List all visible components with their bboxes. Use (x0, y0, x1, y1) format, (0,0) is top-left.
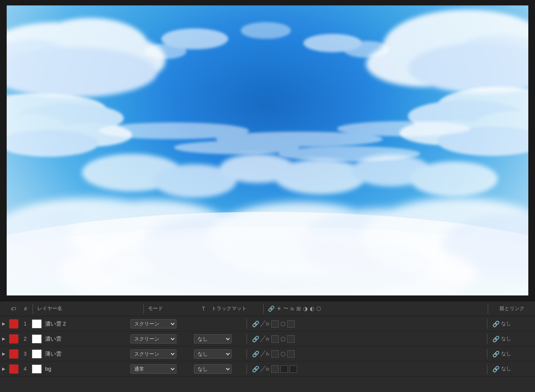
box-switch-4b[interactable] (280, 365, 288, 373)
null-switch-3[interactable]: ⬡ (280, 351, 285, 357)
switches-2: 🔗 ╱ fx ⬡ (249, 335, 485, 343)
link-switch-3[interactable]: 🔗 (252, 351, 259, 357)
svg-point-46 (278, 146, 420, 161)
box-switch-2b[interactable] (287, 335, 295, 343)
mode-cell-1[interactable]: スクリーン 通常 乗算 (127, 319, 181, 328)
canvas-area (0, 0, 535, 301)
header-link-icon: 🔗 (268, 305, 275, 312)
svg-point-24 (241, 22, 291, 39)
header-mask1-icon: ◑ (303, 305, 308, 312)
header-hash: # (19, 306, 32, 312)
null-switch-1[interactable]: ⬡ (280, 321, 285, 327)
layer-name-3[interactable]: 薄い雲 (43, 350, 127, 358)
parent-link-icon-3: 🔗 (492, 351, 499, 357)
fx-switch-3[interactable]: fx (266, 351, 270, 356)
header-3d-icon: ⬡ (316, 305, 321, 312)
link-switch-1[interactable]: 🔗 (252, 321, 259, 327)
layer-color-4 (9, 364, 18, 374)
expand-arrow-1[interactable]: ▶ (0, 321, 8, 326)
layer-row[interactable]: ▶ 1 濃い雲 2 スクリーン 通常 乗算 🔗 ╱ fx ⬡ 🔗 なし (0, 316, 535, 331)
canvas-image (7, 5, 528, 295)
mode-dropdown-3[interactable]: スクリーン 通常 乗算 (130, 349, 176, 359)
link-switch-4[interactable]: 🔗 (252, 366, 259, 372)
layer-panel-header: 🏷 # レイヤー名 モード T トラックマット 🔗 ✳ 〜 fx ⊞ ◑ ◐ ⬡… (0, 301, 535, 316)
fx-switch-4[interactable]: fx (266, 367, 270, 372)
track-cell-3[interactable]: なし (191, 349, 245, 359)
fx-switch-1[interactable]: fx (266, 321, 270, 326)
layer-thumb-3 (32, 349, 42, 359)
null-switch-2[interactable]: ⬡ (280, 336, 285, 342)
expand-arrow-4[interactable]: ▶ (0, 367, 8, 371)
track-cell-2[interactable]: なし (191, 334, 245, 344)
parent-link-icon-1: 🔗 (492, 321, 499, 327)
svg-point-27 (343, 41, 389, 58)
box-switch-3a[interactable] (271, 350, 279, 358)
mode-cell-4[interactable]: 通常 スクリーン 乗算 (127, 364, 181, 374)
header-comp-icon: ⊞ (296, 305, 301, 312)
switches-4: 🔗 ╱ fx (249, 365, 485, 373)
layer-name-1[interactable]: 濃い雲 2 (43, 320, 127, 328)
box-switch-4a[interactable] (271, 365, 279, 373)
clouds-layer (7, 5, 528, 295)
track-dropdown-4[interactable]: なし (194, 364, 232, 374)
fx-switch-2[interactable]: fx (266, 336, 270, 341)
layer-name-4[interactable]: bg (43, 366, 127, 372)
parent-cell-3: 🔗 なし (489, 350, 535, 357)
layer-row[interactable]: ▶ 3 薄い雲 スクリーン 通常 乗算 なし 🔗 ╱ fx ⬡ (0, 346, 535, 361)
parent-value-3[interactable]: なし (501, 350, 511, 357)
box-switch-1b[interactable] (287, 320, 295, 328)
pencil-switch-2[interactable]: ╱ (261, 336, 264, 342)
header-fx-label: fx (290, 306, 294, 311)
svg-point-39 (274, 159, 366, 194)
svg-point-44 (337, 121, 471, 136)
layer-num-1: 1 (20, 321, 30, 327)
mode-cell-2[interactable]: スクリーン 通常 乗算 (127, 334, 181, 344)
pencil-switch-3[interactable]: ╱ (261, 351, 264, 357)
svg-point-41 (410, 161, 498, 196)
track-dropdown-3[interactable]: なし (194, 349, 232, 359)
track-cell-4[interactable]: なし (191, 364, 245, 374)
svg-point-48 (100, 231, 435, 295)
layer-row[interactable]: ▶ 4 bg 通常 スクリーン 乗算 なし 🔗 ╱ fx (0, 361, 535, 377)
mode-dropdown-4[interactable]: 通常 スクリーン 乗算 (130, 364, 176, 374)
expand-arrow-2[interactable]: ▶ (0, 336, 8, 341)
layer-color-2 (9, 334, 18, 344)
parent-value-2[interactable]: なし (501, 335, 511, 342)
parent-value-4[interactable]: なし (501, 365, 511, 372)
header-t: T (199, 306, 208, 312)
layer-name-2[interactable]: 濃い雲 (43, 335, 127, 343)
pencil-switch-4[interactable]: ╱ (261, 366, 264, 372)
header-motion-icon: 〜 (283, 305, 288, 312)
mode-dropdown-2[interactable]: スクリーン 通常 乗算 (130, 334, 176, 344)
box-switch-3b[interactable] (287, 350, 295, 358)
header-layer-name: レイヤー名 (34, 305, 143, 312)
switches-3: 🔗 ╱ fx ⬡ (249, 350, 485, 358)
box-switch-4c[interactable] (290, 365, 297, 373)
layer-thumb-2 (32, 334, 42, 344)
mode-dropdown-1[interactable]: スクリーン 通常 乗算 (130, 319, 176, 328)
parent-link-icon-4: 🔗 (492, 366, 499, 372)
header-mask2-icon: ◐ (310, 305, 314, 312)
layer-panel: 🏷 # レイヤー名 モード T トラックマット 🔗 ✳ 〜 fx ⊞ ◑ ◐ ⬡… (0, 301, 535, 392)
header-mode: モード (145, 305, 199, 312)
header-tag-icon: 🏷 (8, 306, 19, 312)
parent-value-1[interactable]: なし (501, 320, 511, 327)
pencil-switch-1[interactable]: ╱ (261, 321, 264, 327)
parent-cell-1: 🔗 なし (489, 320, 535, 327)
svg-point-26 (145, 44, 186, 59)
header-track: トラックマット (208, 305, 262, 312)
mode-cell-3[interactable]: スクリーン 通常 乗算 (127, 349, 181, 359)
header-switches: 🔗 ✳ 〜 fx ⊞ ◑ ◐ ⬡ (265, 305, 487, 312)
track-dropdown-2[interactable]: なし (194, 334, 232, 344)
layer-thumb-4 (32, 364, 42, 374)
header-parent: 親とリンク (489, 305, 535, 312)
expand-arrow-3[interactable]: ▶ (0, 351, 8, 356)
link-switch-2[interactable]: 🔗 (252, 336, 259, 342)
layer-thumb-1 (32, 319, 42, 328)
box-switch-2a[interactable] (271, 335, 279, 343)
layer-color-1 (9, 319, 18, 328)
layer-num-2: 2 (20, 336, 30, 342)
box-switch-1a[interactable] (271, 320, 279, 328)
header-star-icon: ✳ (277, 305, 281, 312)
layer-row[interactable]: ▶ 2 濃い雲 スクリーン 通常 乗算 なし 🔗 ╱ fx ⬡ (0, 331, 535, 346)
